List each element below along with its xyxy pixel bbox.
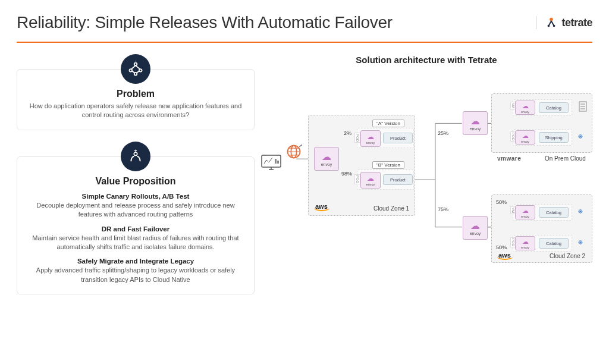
envoy-icon: ☁ [322,151,331,162]
envoy-icon: ☁ [522,238,529,246]
pct-50a: 50% [496,199,507,205]
version-b-tag: "B" Version [372,161,404,169]
k8s-icon-onprem: ⎈ [578,131,583,140]
value-title: Value Proposition [28,176,243,187]
problem-text: How do application operators safely rele… [28,102,243,120]
svg-point-5 [139,69,142,72]
value-card: Value Proposition Simple Canary Rollouts… [17,156,255,294]
shipping-onprem: Shipping [539,132,569,143]
envoy-label: envoy [470,231,481,236]
envoy-zone2: ☁ envoy [463,216,488,240]
envoy-label: envoy [470,127,481,131]
envoy-catalog-onprem: ☁ envoy [515,101,535,115]
pct-50b: 50% [496,244,507,250]
server-icon [578,101,588,114]
right-column: Solution architecture with Tetrate [260,55,592,302]
pct-25: 25% [438,130,448,136]
envoy-catalog-z2a: ☁ envoy [515,205,535,219]
svg-point-8 [134,152,137,155]
vmware-label: vmware [497,155,521,162]
svg-rect-10 [275,159,277,164]
envoy-label: envoy [521,215,529,218]
page-title: Reliability: Simple Releases With Automa… [17,13,393,32]
pod-tag-b: POD [354,174,360,184]
envoy-icon: ☁ [470,115,480,127]
problem-icon: ! [121,54,150,84]
svg-point-3 [134,63,137,66]
envoy-shipping-onprem: ☁ envoy [515,130,535,145]
value-text-2: Apply advanced traffic splitting/shaping… [28,266,243,284]
dashboard-icon [260,153,282,174]
problem-card: ! Problem How do application operators s… [17,69,255,130]
svg-point-4 [130,69,133,72]
envoy-icon: ☁ [522,207,529,215]
envoy-gateway-zone1: ☁ envoy [314,147,339,171]
architecture-diagram: ☁ envoy "A" Version POD ☁ envoy Product … [260,76,592,302]
tetrate-logo-icon [545,16,558,29]
header: Reliability: Simple Releases With Automa… [0,0,609,38]
architecture-title: Solution architecture with Tetrate [260,55,592,65]
pod-tag-a: POD [354,133,360,143]
envoy-b: ☁ envoy [360,172,381,189]
version-a-tag: "A" Version [372,120,404,127]
svg-point-0 [550,18,554,21]
left-column: ! Problem How do application operators s… [17,55,255,302]
value-sub-1: DR and Fast Failover [28,225,243,233]
envoy-icon: ☁ [522,102,529,110]
k8s-icon-z2b: ⎈ [578,237,583,246]
aws-swoosh-2 [497,254,513,260]
envoy-onprem: ☁ envoy [463,111,488,135]
aws-swoosh-1 [314,205,329,211]
envoy-icon: ☁ [470,220,480,231]
pct-2: 2% [344,130,351,136]
envoy-label: envoy [321,162,332,167]
envoy-catalog-z2b: ☁ envoy [515,236,535,250]
envoy-label: envoy [521,246,529,249]
svg-point-2 [553,25,555,27]
svg-text:!: ! [135,61,136,62]
zone1-label: Cloud Zone 1 [373,205,409,212]
pct-98: 98% [341,171,352,177]
zone2-label: Cloud Zone 2 [550,253,585,259]
catalog-onprem: Catalog [539,102,569,113]
logo-text: tetrate [561,17,592,29]
envoy-icon: ☁ [367,174,374,183]
catalog-z2b: Catalog [539,238,569,249]
product-b: Product [383,174,413,185]
k8s-icon-z2a: ⎈ [578,206,583,215]
envoy-label: envoy [366,183,375,186]
value-sub-0: Simple Canary Rollouts, A/B Test [28,193,243,200]
pct-75: 75% [438,206,448,212]
value-text-0: Decouple deployment and release process … [28,201,243,219]
value-text-1: Maintain service health and limit blast … [28,234,243,252]
envoy-icon: ☁ [367,133,374,141]
value-icon [121,142,150,171]
envoy-icon: ☁ [522,132,529,140]
svg-point-1 [548,25,550,27]
tetrate-logo: tetrate [536,16,592,29]
envoy-label: envoy [521,140,529,143]
content: ! Problem How do application operators s… [0,43,609,313]
envoy-label: envoy [366,141,375,145]
product-a: Product [383,133,413,143]
envoy-a: ☁ envoy [360,130,381,147]
onprem-label: On Prem Cloud [545,155,586,162]
globe-icon [285,143,302,162]
problem-title: Problem [28,89,243,99]
svg-rect-11 [277,161,279,164]
value-sub-2: Safely Migrate and Integrate Legacy [28,258,243,265]
catalog-z2a: Catalog [539,207,569,218]
envoy-label: envoy [521,110,529,114]
